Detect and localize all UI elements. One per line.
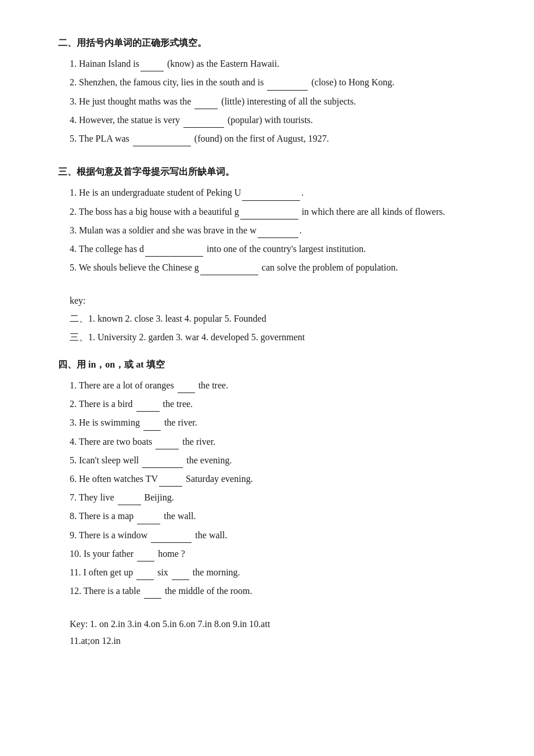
blank-3-1 (242, 184, 300, 200)
section-2-title: 二、用括号内单词的正确形式填空。 (58, 35, 488, 51)
key-section: key: 二、1. known 2. close 3. least 4. pop… (58, 293, 488, 345)
blank-4-1 (178, 377, 195, 393)
blank-4-2 (136, 395, 160, 412)
blank-3-3 (258, 222, 298, 238)
blank-4-4 (156, 433, 179, 449)
blank-2-1 (140, 55, 164, 71)
key-label: key: (70, 293, 488, 308)
blank-4-5 (142, 452, 183, 468)
blank-4-10 (137, 545, 154, 561)
q3-4: 4. The college has d into one of the cou… (58, 240, 488, 257)
q4-1: 1. There are a lot of oranges the tree. (58, 377, 488, 393)
blank-4-11a (136, 564, 154, 580)
section-3-title: 三、根据句意及首字母提示写出所缺单词。 (58, 164, 488, 179)
q2-1: 1. Hainan Island is (know) as the Easter… (58, 55, 488, 71)
blank-4-3 (143, 414, 161, 430)
key-line-1: 二、1. known 2. close 3. least 4. popular … (70, 311, 488, 326)
q3-3: 3. Mulan was a soldier and she was brave… (58, 222, 488, 238)
q4-8: 8. There is a map the wall. (58, 507, 488, 524)
q2-3: 3. He just thought maths was the (little… (58, 93, 488, 109)
q2-5: 5. The PLA was (found) on the first of A… (58, 130, 488, 146)
q3-5: 5. We shouls believe the Chinese g can s… (58, 259, 488, 275)
q2-2: 2. Shenzhen, the famous city, lies in th… (58, 74, 488, 90)
q4-3: 3. He is swimming the river. (58, 414, 488, 430)
q4-9: 9. There is a window the wall. (58, 527, 488, 543)
key-line-2: 三、1. University 2. garden 3. war 4. deve… (70, 329, 488, 345)
q3-1: 1. He is an undergraduate student of Pek… (58, 184, 488, 200)
section-4: 四、用 in，on，或 at 填空 1. There are a lot of … (58, 357, 488, 599)
blank-4-6 (159, 470, 182, 487)
key2-line-1: Key: 1. on 2.in 3.in 4.on 5.in 6.on 7.in… (70, 616, 488, 632)
q4-5: 5. Ican't sleep well the evening. (58, 452, 488, 468)
key2-section: Key: 1. on 2.in 3.in 4.on 5.in 6.on 7.in… (58, 616, 488, 649)
blank-4-9 (151, 527, 192, 543)
blank-3-5 (200, 259, 258, 275)
q4-11: 11. I often get up six the morning. (58, 564, 488, 580)
q3-2: 2. The boss has a big house with a beaut… (58, 203, 488, 219)
blank-4-11b (172, 564, 189, 580)
blank-2-5 (133, 130, 191, 146)
blank-4-8 (137, 507, 160, 524)
blank-2-2 (267, 74, 308, 90)
blank-3-2 (240, 203, 298, 219)
q2-4: 4. However, the statue is very (popular)… (58, 111, 488, 128)
q4-2: 2. There is a bird the tree. (58, 395, 488, 412)
q4-7: 7. They live Beijing. (58, 489, 488, 505)
q4-12: 12. There is a table the middle of the r… (58, 582, 488, 599)
blank-4-12 (144, 582, 161, 599)
blank-3-4 (145, 240, 203, 257)
q4-4: 4. There are two boats the river. (58, 433, 488, 449)
q4-10: 10. Is your father home ? (58, 545, 488, 561)
section-2: 二、用括号内单词的正确形式填空。 1. Hainan Island is (kn… (58, 35, 488, 146)
blank-2-3 (194, 93, 218, 109)
section-4-title: 四、用 in，on，或 at 填空 (58, 357, 488, 372)
key2-line-2: 11.at;on 12.in (70, 633, 488, 649)
blank-4-7 (118, 489, 141, 505)
section-3: 三、根据句意及首字母提示写出所缺单词。 1. He is an undergra… (58, 164, 488, 275)
blank-2-4 (183, 111, 224, 128)
q4-6: 6. He often watches TV Saturday evening. (58, 470, 488, 487)
